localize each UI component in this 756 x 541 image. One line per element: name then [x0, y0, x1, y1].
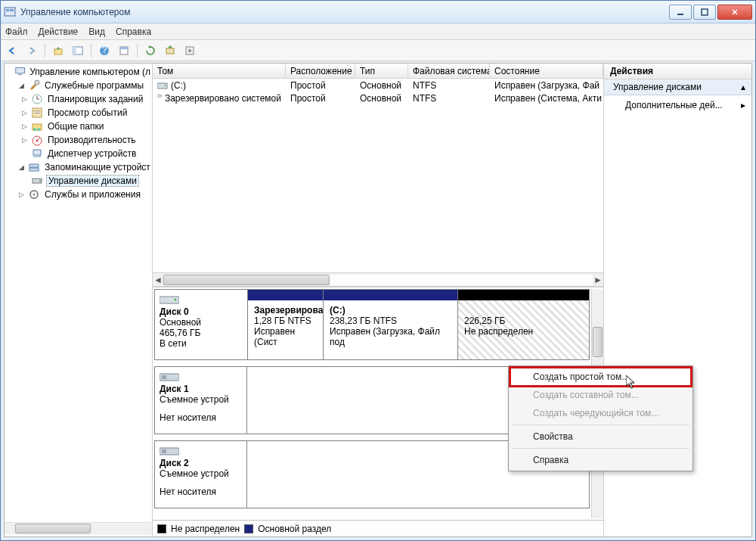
- partition-system-reserved[interactable]: Зарезервирова 1,28 ГБ NTFS Исправен (Сис…: [247, 290, 323, 359]
- svg-point-14: [188, 49, 191, 52]
- svg-point-40: [175, 299, 177, 301]
- svg-rect-20: [34, 110, 40, 111]
- collapse-icon: ▴: [741, 82, 745, 92]
- partition-c[interactable]: (C:) 238,23 ГБ NTFS Исправен (Загрузка, …: [323, 290, 457, 359]
- svg-rect-16: [18, 74, 22, 76]
- tree-system-tools[interactable]: ◢Служебные программы: [17, 79, 152, 92]
- tree-root[interactable]: Управление компьютером (л: [14, 65, 152, 79]
- svg-rect-2: [10, 9, 14, 11]
- tree-disk-management[interactable]: Управление дисками: [20, 174, 152, 188]
- legend: Не распределен Основной раздел: [153, 520, 603, 536]
- svg-point-36: [165, 85, 166, 86]
- svg-rect-35: [157, 83, 168, 89]
- disk-icon: [31, 175, 43, 187]
- col-layout[interactable]: Расположение: [286, 64, 355, 78]
- svg-rect-5: [54, 49, 62, 54]
- menu-view[interactable]: Вид: [88, 26, 105, 37]
- storage-icon: [28, 161, 40, 173]
- clock-icon: [31, 93, 43, 105]
- svg-rect-29: [29, 164, 39, 167]
- settings-button[interactable]: [181, 42, 198, 59]
- svg-point-26: [36, 140, 39, 142]
- minimize-button[interactable]: [669, 5, 692, 20]
- rescan-button[interactable]: [162, 42, 178, 59]
- toolbar: ?: [1, 40, 755, 61]
- svg-rect-37: [157, 95, 162, 97]
- legend-label-primary: Основной раздел: [258, 524, 331, 534]
- tree-device-manager[interactable]: Диспетчер устройств: [20, 147, 152, 160]
- legend-swatch-primary: [244, 524, 253, 533]
- drive-icon: [157, 81, 168, 90]
- svg-rect-12: [166, 48, 174, 54]
- svg-point-38: [160, 95, 161, 96]
- svg-rect-30: [29, 168, 39, 171]
- menu-bar: Файл Действие Вид Справка: [1, 23, 755, 40]
- svg-rect-27: [33, 150, 41, 155]
- show-hide-tree-button[interactable]: [70, 42, 86, 59]
- col-type[interactable]: Тип: [355, 64, 408, 78]
- forward-button[interactable]: [23, 42, 40, 59]
- ctx-properties[interactable]: Свойства: [510, 428, 691, 446]
- actions-header: Действия: [604, 64, 751, 79]
- tree-event-viewer[interactable]: ▷Просмотр событий: [20, 106, 152, 120]
- menu-help[interactable]: Справка: [116, 26, 151, 37]
- svg-rect-42: [162, 375, 166, 379]
- computer-icon: [15, 66, 25, 78]
- svg-point-32: [39, 180, 41, 182]
- help-button[interactable]: ?: [96, 42, 113, 59]
- app-icon: [4, 6, 16, 18]
- ctx-help[interactable]: Справка: [510, 451, 691, 469]
- services-icon: [28, 188, 40, 201]
- ctx-create-spanned-volume: Создать составной том...: [510, 386, 691, 404]
- svg-point-23: [33, 128, 36, 131]
- refresh-button[interactable]: [142, 42, 159, 59]
- svg-rect-15: [16, 67, 25, 73]
- ctx-create-striped-volume: Создать чередующийся том...: [510, 404, 691, 422]
- window-title: Управление компьютером: [20, 7, 668, 17]
- tree-task-scheduler[interactable]: ▷Планировщик заданий: [20, 92, 152, 106]
- disk-row-0[interactable]: Диск 0 Основной 465,76 ГБ В сети Зарезер…: [154, 289, 590, 360]
- properties-button[interactable]: [116, 42, 132, 59]
- hdd-icon: [160, 294, 179, 305]
- col-volume[interactable]: Том: [153, 64, 286, 78]
- svg-rect-11: [120, 47, 128, 49]
- tree-storage[interactable]: ◢Запоминающие устройст: [17, 160, 152, 174]
- col-status[interactable]: Состояние: [490, 64, 603, 78]
- svg-rect-28: [33, 156, 41, 157]
- close-button[interactable]: [717, 5, 752, 20]
- event-icon: [31, 107, 43, 119]
- svg-point-24: [37, 128, 40, 131]
- removable-icon: [160, 372, 179, 382]
- svg-rect-4: [702, 9, 708, 15]
- context-menu: Создать простой том... Создать составной…: [508, 365, 693, 471]
- svg-rect-44: [162, 449, 166, 453]
- tools-icon: [28, 79, 40, 92]
- col-filesystem[interactable]: Файловая система: [408, 64, 490, 78]
- svg-rect-0: [5, 8, 15, 16]
- ctx-create-simple-volume[interactable]: Создать простой том...: [510, 368, 691, 386]
- menu-file[interactable]: Файл: [5, 26, 28, 37]
- actions-more[interactable]: Дополнительные дей... ▸: [604, 95, 751, 115]
- up-button[interactable]: [50, 42, 67, 59]
- removable-icon: [160, 446, 179, 456]
- svg-rect-21: [34, 113, 40, 113]
- volume-list-scrollbar[interactable]: ◄ ►: [153, 272, 603, 286]
- volume-list: Том Расположение Тип Файловая система Со…: [153, 64, 603, 288]
- tree-pane: Управление компьютером (л ◢Служебные про…: [5, 64, 153, 536]
- volume-row[interactable]: Зарезервировано системой Простой Основно…: [153, 92, 603, 104]
- svg-rect-3: [677, 14, 683, 15]
- back-button[interactable]: [4, 42, 20, 59]
- tree-performance[interactable]: ▷Производительность: [20, 133, 152, 147]
- tree-horizontal-scrollbar[interactable]: [5, 522, 152, 535]
- actions-section-diskmgmt[interactable]: Управление дисками ▴: [604, 79, 751, 95]
- tree-services-apps[interactable]: ▷Службы и приложения: [17, 188, 152, 201]
- volume-row[interactable]: (C:) Простой Основной NTFS Исправен (Заг…: [153, 79, 603, 92]
- menu-action[interactable]: Действие: [39, 26, 79, 37]
- svg-rect-1: [6, 9, 9, 11]
- tree-shared-folders[interactable]: ▷Общие папки: [20, 120, 152, 133]
- volume-list-header: Том Расположение Тип Файловая система Со…: [153, 64, 603, 79]
- title-bar[interactable]: Управление компьютером: [1, 1, 755, 23]
- partition-unallocated[interactable]: 226,25 ГБ Не распределен: [457, 290, 589, 359]
- drive-icon: [157, 94, 162, 103]
- maximize-button[interactable]: [693, 5, 716, 20]
